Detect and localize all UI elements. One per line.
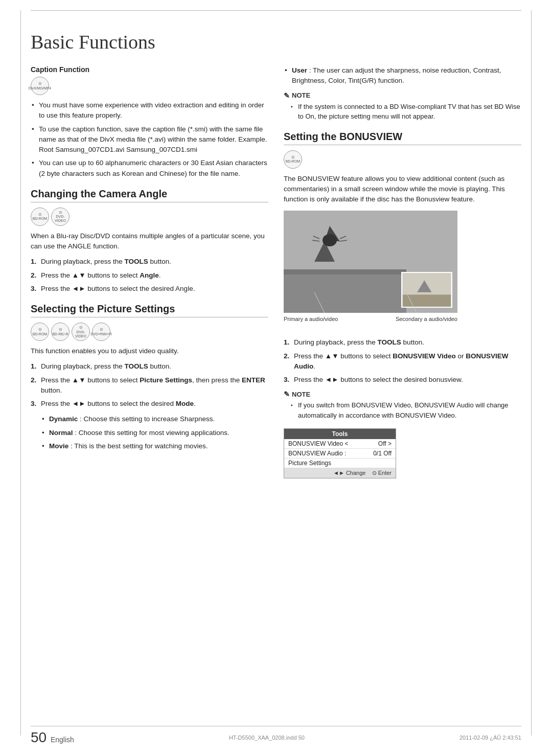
bv-step-2: 2. Press the ▲▼ buttons to select BONUSV… <box>284 351 521 372</box>
two-column-layout: Caption Function ⊙ DivX/MG/MP4 You must … <box>31 63 521 478</box>
note-item-bv-1: If you switch from BONUSVIEW Video, BONU… <box>291 400 521 420</box>
caption-badge-row: ⊙ DivX/MG/MP4 <box>31 77 268 95</box>
caption-function-title: Caption Function <box>31 65 268 74</box>
bonusview-note: NOTE If you switch from BONUSVIEW Video,… <box>284 390 521 420</box>
bv-step-1: 1. During playback, press the TOOLS butt… <box>284 337 521 348</box>
picture-settings-note: NOTE If the system is connected to a BD … <box>284 91 521 122</box>
camera-angle-badges: ⊙ BD-ROM ⊙ DVD-VIDEO <box>31 208 268 226</box>
tools-table: Tools BONUSVIEW Video < Off > BONUSVIEW … <box>284 428 396 478</box>
bonusview-badges: ⊙ BD-ROM <box>284 150 521 169</box>
bonusview-steps: 1. During playback, press the TOOLS butt… <box>284 337 521 385</box>
tools-keyword-bv1: TOOLS <box>378 338 401 346</box>
camera-angle-steps: 1. During playback, press the TOOLS butt… <box>31 257 268 294</box>
svg-rect-9 <box>284 269 406 274</box>
svg-line-13 <box>314 292 325 313</box>
picture-settings-badges: ⊙ BD-ROM ⊙ BD-RE/-R ⊙ DVD-VIDEO ⊙ DVD+RW… <box>31 323 268 341</box>
caption-function-section: Caption Function ⊙ DivX/MG/MP4 You must … <box>31 65 268 179</box>
top-border-line <box>31 10 521 11</box>
svg-line-14 <box>406 292 417 313</box>
bonusview-intro: The BONUSVIEW feature allows you to view… <box>284 174 521 205</box>
connector-lines-svg <box>284 292 457 313</box>
mode-keyword: Mode <box>176 400 194 407</box>
bdre-badge-ps: ⊙ BD-RE/-R <box>51 323 70 341</box>
bdrom-badge-camera: ⊙ BD-ROM <box>31 208 49 226</box>
user-bullets: User : The user can adjust the sharpness… <box>284 65 521 86</box>
picture-settings-intro: This function enables you to adjust vide… <box>31 346 268 356</box>
tools-table-header: Tools <box>284 429 396 439</box>
ps-step-2: 2. Press the ▲▼ buttons to select Pictur… <box>31 375 268 396</box>
footer-filename: HT-D5500_XAA_0208.indd 50 <box>229 735 305 741</box>
secondary-label: Secondary a audio/video <box>396 316 457 322</box>
dvdrw-badge-ps: ⊙ DVD+RW/+R <box>92 323 110 341</box>
camera-angle-section: Changing the Camera Angle ⊙ BD-ROM ⊙ DVD… <box>31 188 268 294</box>
picture-settings-keyword: Picture Settings <box>140 376 192 384</box>
primary-label: Primary a audio/video <box>284 316 338 322</box>
page-title: Basic Functions <box>31 31 521 53</box>
tools-row-2: BONUSVIEW Audio : 0/1 Off <box>284 449 396 459</box>
page-language: English <box>51 736 74 744</box>
movie-bullet: Movie : This is the best setting for wat… <box>41 441 268 451</box>
left-column: Caption Function ⊙ DivX/MG/MP4 You must … <box>31 63 268 478</box>
tools-row-1-label: BONUSVIEW Video < <box>288 440 349 447</box>
camera-angle-title: Changing the Camera Angle <box>31 188 268 202</box>
divx-badge: ⊙ DivX/MG/MP4 <box>31 77 49 95</box>
dvdvideo-badge-ps: ⊙ DVD-VIDEO <box>72 323 90 341</box>
ps-step-3: 3. Press the ◄► buttons to select the de… <box>31 399 268 409</box>
bdrom-badge-bv: ⊙ BD-ROM <box>284 150 302 169</box>
tools-row-3: Picture Settings <box>284 459 396 468</box>
user-bullet-section: User : The user can adjust the sharpness… <box>284 65 521 86</box>
note-items-bv: If you switch from BONUSVIEW Video, BONU… <box>284 400 521 420</box>
normal-bullet: Normal : Choose this setting for most vi… <box>41 428 268 438</box>
caption-bullet-1: You must have some experience with video… <box>31 100 268 121</box>
camera-angle-step-2: 2. Press the ▲▼ buttons to select Angle. <box>31 270 268 281</box>
bonusview-image-container: Primary a audio/video Secondary a audio/… <box>284 211 521 322</box>
camera-angle-step-3: 3. Press the ◄► buttons to select the de… <box>31 284 268 294</box>
tools-row-2-value: 0/1 Off <box>373 450 392 457</box>
camera-angle-step-1: 1. During playback, press the TOOLS butt… <box>31 257 268 267</box>
caption-bullets: You must have some experience with video… <box>31 100 268 179</box>
right-margin-line <box>531 10 532 736</box>
angle-keyword: Angle <box>140 271 159 279</box>
tools-keyword-ps1: TOOLS <box>125 362 148 370</box>
tools-row-2-label: BONUSVIEW Audio : <box>288 450 346 457</box>
user-bullet: User : The user can adjust the sharpness… <box>284 65 521 86</box>
divx-badge-label: ⊙ <box>38 81 42 86</box>
right-column: User : The user can adjust the sharpness… <box>284 63 521 478</box>
tools-keyword-1: TOOLS <box>125 258 148 265</box>
svg-point-4 <box>323 234 337 246</box>
note-title-bv: NOTE <box>284 390 521 398</box>
bv-step-3: 3. Press the ◄► buttons to select the de… <box>284 375 521 385</box>
bonusview-section: Setting the BONUSVIEW ⊙ BD-ROM The BONUS… <box>284 131 521 479</box>
picture-settings-section: Selecting the Picture Settings ⊙ BD-ROM … <box>31 303 268 451</box>
note-title-ps: NOTE <box>284 91 521 100</box>
picture-mode-bullets: Dynamic : Choose this setting to increas… <box>31 414 268 451</box>
page-number-container: 50 English <box>31 729 74 746</box>
camera-angle-intro: When a Blu-ray Disc/DVD contains multipl… <box>31 231 268 252</box>
bonusview-image <box>284 211 457 313</box>
enter-keyword-ps: ENTER <box>242 376 265 384</box>
dynamic-bullet: Dynamic : Choose this setting to increas… <box>41 414 268 424</box>
caption-bullet-3: You can use up to 60 alphanumeric charac… <box>31 158 268 179</box>
ps-step-1: 1. During playback, press the TOOLS butt… <box>31 361 268 372</box>
left-margin-line <box>20 10 21 736</box>
picture-settings-steps: 1. During playback, press the TOOLS butt… <box>31 361 268 409</box>
page-number: 50 <box>31 729 47 745</box>
page-footer: 50 English HT-D5500_XAA_0208.indd 50 201… <box>31 726 521 746</box>
tools-row-1-value: Off > <box>378 440 392 447</box>
bdrom-badge-ps: ⊙ BD-ROM <box>31 323 49 341</box>
caption-bullet-2: To use the caption function, save the ca… <box>31 124 268 155</box>
tools-table-footer: ◄► Change ⊙ Enter <box>284 468 396 478</box>
divx-badge-sublabel: DivX/MG/MP4 <box>29 86 51 90</box>
tools-row-1: BONUSVIEW Video < Off > <box>284 439 396 449</box>
dvdvideo-badge-camera: ⊙ DVD-VIDEO <box>51 208 70 226</box>
note-item-ps-1: If the system is connected to a BD Wise-… <box>291 102 521 122</box>
bonusview-title: Setting the BONUSVIEW <box>284 131 521 145</box>
tools-row-3-label: Picture Settings <box>288 460 331 467</box>
picture-settings-title: Selecting the Picture Settings <box>31 303 268 317</box>
note-items-ps: If the system is connected to a BD Wise-… <box>284 102 521 122</box>
page: Basic Functions Caption Function ⊙ DivX/… <box>0 0 552 756</box>
bonusview-labels-row: Primary a audio/video Secondary a audio/… <box>284 316 457 322</box>
footer-date: 2011-02-09 ¿ÀÛ 2:43:51 <box>459 735 521 741</box>
bonusview-video-keyword: BONUSVIEW Video <box>393 352 456 360</box>
